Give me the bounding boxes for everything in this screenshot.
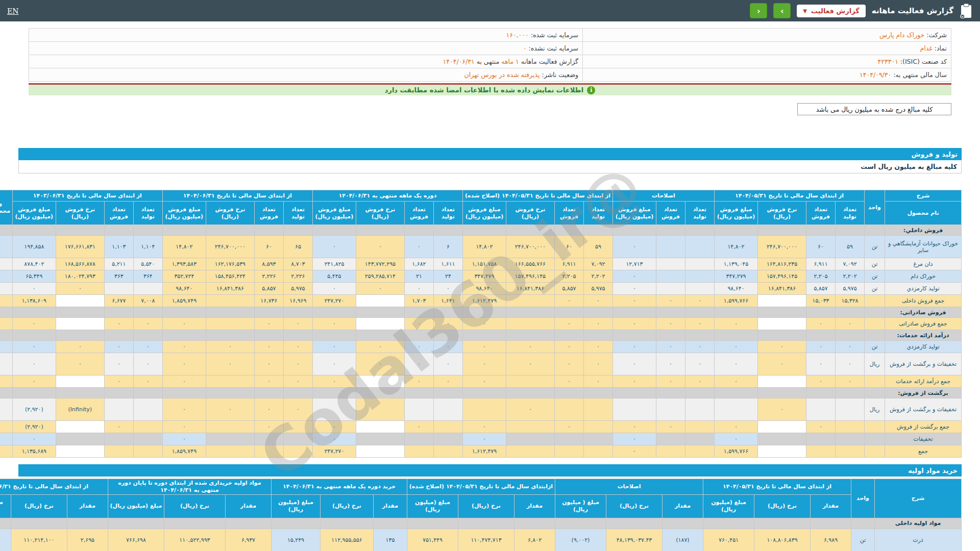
table-cell <box>754 518 811 529</box>
table-cell <box>356 225 404 236</box>
table-cell: ۱۱۰,۲۱۴,۱۰۰ <box>11 529 67 551</box>
table-cell <box>685 398 714 421</box>
table-cell <box>133 433 162 445</box>
column-header: تعداد فروش <box>656 202 685 225</box>
table-cell <box>685 270 714 283</box>
table-cell: ۰ <box>206 398 254 421</box>
column-header: نرخ (ریال) <box>164 494 225 518</box>
table-cell <box>0 295 12 307</box>
table-cell: ۱۶۶,۵۵۵,۷۶۶ <box>506 258 554 270</box>
table-cell <box>714 307 757 318</box>
column-header: مقدار <box>225 494 271 518</box>
column-group-header: ازابتدای سال مالی تا تاریخ ۱۴۰۴/۰۵/۳۱ (ا… <box>407 479 555 495</box>
table-cell <box>407 518 458 529</box>
table-cell: ۰ <box>462 353 506 375</box>
report-type-dropdown[interactable]: گزارش فعالیت ▼ <box>797 5 865 17</box>
table-cell: ۳۴۷,۲۷۹ <box>462 270 506 283</box>
table-row: تخفیفات۰۰۰۰۰۰ <box>0 433 962 445</box>
table-cell <box>320 518 373 529</box>
column-group-header: از ابتدای سال مالی تا تاریخ ۱۴۰۴/۰۵/۳۱ (… <box>462 190 612 202</box>
table-cell: ۱۴,۸۰۲ <box>462 236 506 258</box>
table-cell: جمع فروش صادراتی <box>885 318 962 330</box>
table-cell: ۲۴۶,۷۰۰,۰۰۰ <box>206 236 254 258</box>
table-cell: ۰ <box>162 398 206 421</box>
table-cell <box>506 225 554 236</box>
table-cell: ۵,۸۵۷ <box>554 283 583 295</box>
table-cell: ۰ <box>133 341 162 353</box>
table-cell: ۰ <box>12 341 56 353</box>
table-cell <box>12 225 56 236</box>
table-cell: خوراک دام <box>885 270 962 283</box>
column-header: مبلغ (میلیون ریال) <box>0 494 11 518</box>
table-cell <box>554 307 583 318</box>
table-cell <box>612 307 656 318</box>
table-cell: ۰ <box>583 375 612 388</box>
previous-report-button[interactable]: ‹ <box>750 3 767 18</box>
table-cell: تن <box>851 529 875 551</box>
column-header: مبلغ فروش (میلیون ریال) <box>312 202 356 225</box>
table-cell: ۶,۹۱۱ <box>554 258 583 270</box>
table-cell: ۱۴,۸۰۲ <box>714 236 757 258</box>
table-cell <box>662 518 703 529</box>
table-cell: ۰ <box>312 318 356 330</box>
table-cell <box>206 330 254 341</box>
column-group-header: از ابتدای سال مالی تا تاریخ ۱۴۰۴/۰۶/۳۱ <box>162 190 312 202</box>
table-cell: ۱۲,۷۱۳ <box>612 258 656 270</box>
table-cell <box>356 330 404 341</box>
table-cell: ۰ <box>312 236 356 258</box>
table-cell <box>283 433 312 445</box>
column-header: نرخ فروش (ریال) <box>758 202 806 225</box>
table-cell: تولید <box>0 270 12 283</box>
table-cell: ۰ <box>583 341 612 353</box>
table-cell <box>56 318 104 330</box>
table-cell <box>104 283 133 295</box>
table-cell: ۰ <box>254 375 283 388</box>
table-cell <box>811 518 851 529</box>
table-cell <box>865 388 885 398</box>
table-cell <box>836 225 865 236</box>
table-row: تخفیفات و برگشت از فروشریال۰۰۰۰۰۰۰۰۰۰۰۰۰… <box>0 353 962 375</box>
table-cell: ۰ <box>404 421 433 433</box>
table-cell <box>254 388 283 398</box>
table-cell: ۰ <box>656 353 685 375</box>
table-cell: ۱۵۷,۴۹۶,۱۴۵ <box>758 270 806 283</box>
table-cell: تن <box>865 270 885 283</box>
table-cell <box>104 225 133 236</box>
company-info-cell: سرمایه ثبت نشده: ۰ <box>29 42 583 55</box>
table-cell: ۶۰ <box>806 236 836 258</box>
column-group-header: خرید دوره یک ماهه منتهی به ۱۴۰۴/۰۶/۳۱ <box>271 479 407 495</box>
table-cell: ۲,۲۰۲ <box>836 270 865 283</box>
table-cell: ۰ <box>56 353 104 375</box>
english-language-link[interactable]: EN <box>7 7 18 15</box>
table-cell <box>283 445 312 458</box>
table-cell <box>0 318 12 330</box>
signed-info-banner-text: اطلاعات نمایش داده شده با اطلاعات امضا ش… <box>385 86 584 94</box>
table-cell: ۱,۱۳۸,۶۰۹ <box>12 295 56 307</box>
column-header: نرخ (ریال) <box>320 494 373 518</box>
next-report-button[interactable]: › <box>773 3 791 18</box>
table-cell <box>685 225 714 236</box>
table-cell: ۰ <box>283 318 312 330</box>
table-cell <box>836 445 865 458</box>
column-header: تعداد فروش <box>104 202 133 225</box>
column-group-header: شرح <box>885 190 962 202</box>
table-cell: (۲,۹۲۰) <box>12 421 56 433</box>
table-cell <box>685 445 714 458</box>
table-cell: ۰ <box>554 295 583 307</box>
table-cell <box>206 375 254 388</box>
table-cell <box>404 307 433 318</box>
table-cell <box>0 518 11 529</box>
column-group-header: واحد <box>851 479 875 518</box>
table-cell <box>865 433 885 445</box>
table-cell <box>851 518 875 529</box>
company-info-cell: گزارش فعالیت ماهانه ۱ ماهه منتهی به ۱۴۰۴… <box>29 55 583 68</box>
table-cell <box>836 433 865 445</box>
table-cell: ۰ <box>312 353 356 375</box>
column-header: مبلغ (میلیون ریال) <box>271 494 320 518</box>
table-cell <box>254 307 283 318</box>
table-cell <box>133 330 162 341</box>
column-header: تعداد تولید <box>836 202 865 225</box>
table-cell: ۰ <box>404 283 433 295</box>
table-cell: ۰ <box>554 421 583 433</box>
column-header: تعداد فروش <box>554 202 583 225</box>
